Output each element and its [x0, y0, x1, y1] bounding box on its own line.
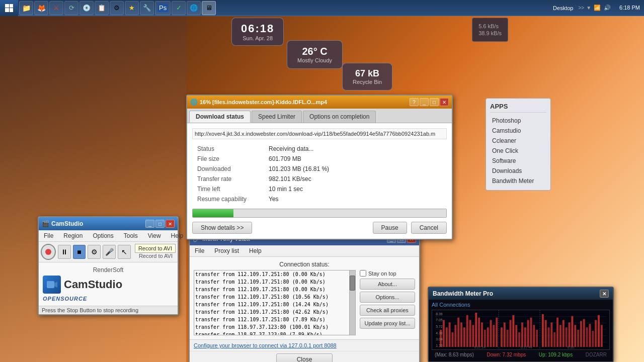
- svg-rect-45: [550, 322, 552, 347]
- taskbar-task[interactable]: ⚙: [110, 1, 124, 15]
- update-proxy-button[interactable]: Update proxy list...: [360, 318, 415, 329]
- camstudio-titlebar: 🎬 CamStudio _ □ ✕: [39, 217, 178, 230]
- svg-rect-13: [457, 318, 459, 347]
- check-all-proxies-button[interactable]: Check all proxies: [360, 305, 415, 316]
- camstudio-menu-file[interactable]: File: [41, 231, 56, 240]
- bandwidth-up: Up: 109.2 kbps: [539, 352, 573, 357]
- taskbar-globe[interactable]: 🌐: [187, 1, 201, 15]
- about-button[interactable]: About...: [360, 279, 415, 290]
- speed-7mbps: 7.05: [436, 318, 442, 322]
- proxy-scroll-thumb[interactable]: [350, 276, 355, 291]
- svg-rect-37: [527, 320, 529, 347]
- svg-rect-8: [443, 320, 445, 347]
- svg-rect-32: [512, 315, 514, 347]
- tab-speed-limiter[interactable]: Speed Limiter: [252, 111, 302, 123]
- info-filesize-row: File size 601.709 MB: [193, 154, 446, 163]
- taskbar-update[interactable]: ⟳: [64, 1, 78, 15]
- tab-options-completion[interactable]: Options on completion: [303, 111, 376, 123]
- proxy-scrollbar[interactable]: [349, 270, 355, 335]
- camstudio-menu-help[interactable]: Help: [168, 231, 187, 240]
- proxy-menu-help[interactable]: Help: [246, 246, 265, 255]
- svg-rect-17: [469, 320, 471, 347]
- record-tooltip: Record to AVI: [135, 244, 176, 253]
- camstudio-maximize-button[interactable]: □: [155, 220, 165, 228]
- taskbar-cd[interactable]: 💿: [79, 1, 94, 15]
- cam-icon-svg: [46, 279, 58, 291]
- download-close-button[interactable]: ✕: [440, 98, 449, 106]
- stop-button[interactable]: ■: [73, 245, 86, 259]
- speaker-tray-icon[interactable]: 🔊: [603, 4, 611, 12]
- taskbar-firefox[interactable]: 🦊: [34, 1, 48, 15]
- camstudio-close-button[interactable]: ✕: [166, 220, 175, 228]
- network-tray-icon[interactable]: 📶: [593, 4, 601, 12]
- download-minimize-button[interactable]: _: [420, 98, 429, 106]
- recycle-bin-widget[interactable]: 67 kB Recycle Bin: [342, 63, 392, 90]
- tab-download-status[interactable]: Download status: [189, 111, 251, 123]
- camstudio-menu-region[interactable]: Region: [60, 231, 86, 240]
- svg-rect-18: [472, 325, 474, 347]
- audio-button[interactable]: 🎤: [103, 245, 116, 259]
- app-camstudio[interactable]: Camstudio: [490, 126, 546, 136]
- show-details-button[interactable]: Show details >>: [192, 222, 252, 234]
- download-icon: 🌐: [190, 99, 198, 106]
- taskbar-antivirus[interactable]: ⚔: [49, 1, 63, 15]
- download-title-left: 🌐 16% [files.indowebster.com]-Kiddo.IDFL…: [190, 99, 327, 106]
- camstudio-menu-view[interactable]: View: [145, 231, 164, 240]
- camstudio-title-left: 🎬 CamStudio: [42, 220, 83, 227]
- svg-rect-35: [521, 322, 523, 347]
- windows-icon: [5, 4, 13, 12]
- record-label: Record to AVI: [139, 252, 180, 259]
- taskbar-explorer[interactable]: 📁: [19, 1, 33, 15]
- app-one-click[interactable]: One Click: [490, 146, 546, 156]
- camstudio-minimize-button[interactable]: _: [145, 220, 154, 228]
- proxy-close-button[interactable]: Close: [276, 353, 333, 362]
- taskbar-photoshop[interactable]: Ps: [155, 1, 171, 15]
- taskbar-checkmark[interactable]: ✓: [172, 1, 186, 15]
- svg-rect-57: [586, 327, 588, 347]
- proxy-log: transfer from 112.109.17.251:80 (0.00 Kb…: [194, 270, 349, 335]
- proxy-config-link[interactable]: Configure your browser to connect via 12…: [194, 342, 337, 348]
- cancel-button[interactable]: Cancel: [411, 222, 447, 234]
- log-line-5: transfer from 112.109.17.251:80 (14.24 K…: [194, 301, 349, 308]
- svg-rect-0: [47, 281, 54, 288]
- downloaded-value: 101.203 MB (16.81 %): [265, 164, 446, 173]
- stay-on-top-checkbox[interactable]: [360, 270, 366, 277]
- app-bandwidth-meter[interactable]: Bandwith Meter: [490, 176, 546, 186]
- app-software[interactable]: Software: [490, 156, 546, 166]
- info-downloaded-row: Downloaded 101.203 MB (16.81 %): [193, 164, 446, 173]
- speed-3mbps: 3.04: [436, 337, 442, 341]
- app-ccleaner[interactable]: Ccleaner: [490, 136, 546, 146]
- svg-rect-21: [481, 322, 483, 347]
- camstudio-statusbar: Press the Stop Button to stop recording: [39, 306, 178, 314]
- taskbar-clipboard[interactable]: 📋: [95, 1, 109, 15]
- proxy-menu-list[interactable]: Proxy list: [211, 246, 242, 255]
- download-help-button[interactable]: ?: [410, 98, 419, 106]
- record-button[interactable]: [41, 244, 56, 260]
- svg-rect-56: [583, 319, 585, 347]
- info-timeleft-row: Time left 10 min 1 sec: [193, 185, 446, 194]
- resume-label: Resume capability: [193, 195, 264, 204]
- camstudio-icon-small: 🎬: [42, 220, 49, 227]
- tray-arrow[interactable]: ▼: [586, 5, 591, 11]
- pause-button[interactable]: Pause: [373, 222, 407, 234]
- clock-time: 06:18: [241, 22, 274, 35]
- taskbar-star[interactable]: ★: [125, 1, 139, 15]
- download-right-buttons: Pause Cancel: [373, 222, 447, 234]
- camstudio-menu-tools[interactable]: Tools: [121, 231, 141, 240]
- app-photoshop[interactable]: Photoshop: [490, 116, 546, 126]
- camstudio-menu-options[interactable]: Options: [90, 231, 116, 240]
- taskbar-monitor[interactable]: 🖥: [202, 1, 216, 15]
- app-downloads[interactable]: Downloads: [490, 166, 546, 176]
- settings-button[interactable]: ⚙: [88, 245, 101, 259]
- start-button[interactable]: [0, 0, 18, 16]
- proxy-menu-file[interactable]: File: [192, 246, 207, 255]
- taskbar-tools[interactable]: 🔧: [140, 1, 154, 15]
- download-maximize-button[interactable]: □: [430, 98, 439, 106]
- bandwidth-close-button[interactable]: ✕: [600, 290, 609, 298]
- pause-record-button[interactable]: ⏸: [58, 245, 71, 259]
- svg-rect-16: [466, 315, 468, 347]
- options-button[interactable]: Options...: [360, 292, 415, 303]
- system-clock[interactable]: 6:18 PM: [615, 4, 644, 11]
- cursor-button[interactable]: ↖: [118, 245, 131, 259]
- expand-icon[interactable]: >>: [578, 5, 584, 11]
